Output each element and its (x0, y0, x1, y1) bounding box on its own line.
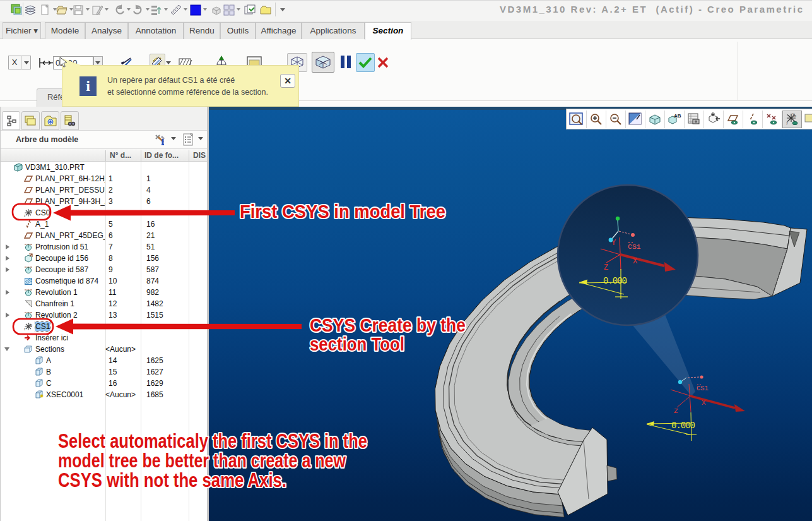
svg-text:CS1: CS1 (697, 385, 709, 392)
svg-text:X: X (702, 399, 706, 407)
svg-text:0.000: 0.000 (671, 421, 695, 431)
svg-text:x: x (31, 209, 33, 213)
svg-text:0.000: 0.000 (603, 276, 627, 286)
svg-text:AB: AB (674, 113, 681, 119)
svg-text:X: X (633, 257, 637, 266)
svg-text:z: z (24, 213, 26, 217)
svg-text:CS1: CS1 (628, 243, 641, 251)
svg-text:x: x (794, 114, 796, 117)
svg-text:Z: Z (604, 263, 608, 272)
svg-text:z: z (786, 121, 788, 125)
svg-text:z: z (24, 327, 26, 331)
svg-text:Z: Z (674, 407, 678, 415)
svg-text:x: x (31, 323, 33, 326)
svg-text:y: y (792, 112, 794, 116)
